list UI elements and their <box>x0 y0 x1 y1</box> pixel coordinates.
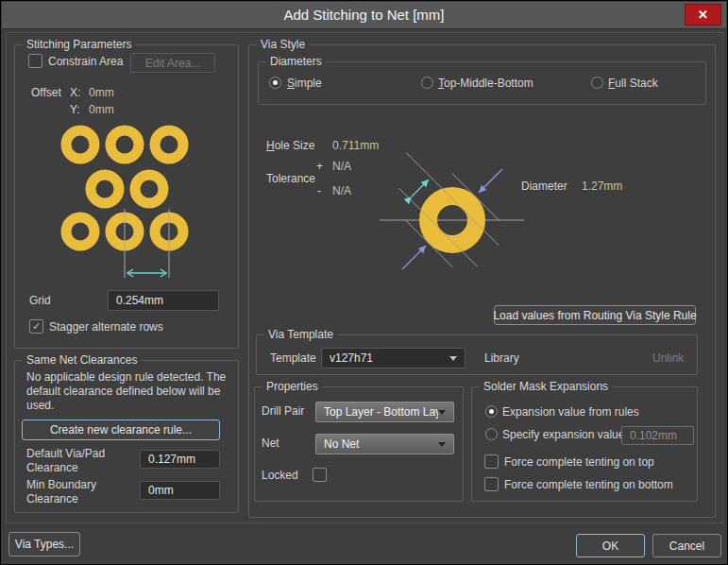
tolerance-plus-sign: + <box>316 160 323 173</box>
net-dropdown[interactable]: No Net <box>315 434 454 454</box>
group-label: Stitching Parameters <box>23 38 135 52</box>
radio-simple-label: Simple <box>287 77 322 90</box>
radio-specify-expansion[interactable] <box>485 428 498 440</box>
diameter-label: Diameter <box>521 180 567 193</box>
constrain-area-label: Constrain Area <box>48 55 123 68</box>
ok-button[interactable]: OK <box>576 534 645 557</box>
constrain-area-checkbox[interactable] <box>28 54 42 68</box>
radio-full-stack-label: Full Stack <box>608 77 658 90</box>
specify-expansion-label: Specify expansion value <box>502 428 624 441</box>
radio-expansion-from-rules[interactable] <box>485 405 498 418</box>
offset-y-label: Y: <box>70 103 80 116</box>
create-clearance-rule-button[interactable]: Create new clearance rule... <box>22 419 220 440</box>
hole-size-label: Hole Size <box>266 139 314 152</box>
group-label: Diameters <box>266 55 326 69</box>
tolerance-plus-value[interactable]: N/A <box>332 160 351 173</box>
radio-top-middle-bottom[interactable] <box>421 77 433 89</box>
group-label: Via Template <box>264 328 337 342</box>
radio-simple[interactable] <box>269 77 281 89</box>
checkmark-icon: ✓ <box>32 321 41 332</box>
default-via-pad-clearance-input[interactable]: 0.127mm <box>140 450 220 469</box>
offset-label: Offset <box>31 86 61 99</box>
tolerance-label: Tolerance <box>266 172 315 185</box>
edit-area-button-label: Edit Area... <box>145 57 201 70</box>
group-label: Via Style <box>257 38 309 52</box>
group-label: Solder Mask Expansions <box>480 380 612 394</box>
unlink-link[interactable]: Unlink <box>652 351 684 365</box>
force-tenting-top-checkbox[interactable] <box>484 454 499 469</box>
chevron-down-icon <box>438 410 446 415</box>
hole-size-value[interactable]: 0.711mm <box>332 139 379 152</box>
grid-value: 0.254mm <box>116 294 163 307</box>
template-label: Template <box>270 351 316 365</box>
min-boundary-clearance-value: 0mm <box>148 484 174 497</box>
library-label: Library <box>484 351 519 365</box>
specify-expansion-input: 0.102mm <box>621 426 694 445</box>
stagger-label: Stagger alternate rows <box>49 320 163 334</box>
drill-pair-dropdown[interactable]: Top Layer - Bottom Lay... <box>315 402 454 422</box>
net-value: No Net <box>324 437 359 451</box>
via-types-button[interactable]: Via Types... <box>8 532 80 556</box>
drill-pair-label: Drill Pair <box>262 404 304 418</box>
tolerance-minus-sign: - <box>317 184 321 197</box>
stagger-checkbox[interactable]: ✓ <box>29 319 43 334</box>
locked-label: Locked <box>262 469 298 482</box>
grid-input[interactable]: 0.254mm <box>108 290 219 311</box>
radio-dot-icon <box>489 409 494 414</box>
locked-checkbox[interactable] <box>313 468 327 482</box>
force-tenting-bottom-checkbox[interactable] <box>484 477 499 491</box>
cancel-button[interactable]: Cancel <box>652 534 721 557</box>
chevron-down-icon <box>449 356 457 361</box>
radio-top-middle-bottom-label: Top-Middle-Bottom <box>438 77 533 90</box>
default-via-pad-clearance-label: Default Via/Pad Clearance <box>26 447 132 475</box>
expansion-from-rules-label: Expansion value from rules <box>502 405 639 419</box>
group-label: Properties <box>262 380 322 394</box>
template-dropdown[interactable]: v127h71 <box>321 348 466 368</box>
add-stitching-dialog: Add Stitching to Net [mm] ✕ Stitching Pa… <box>0 0 728 565</box>
offset-x-label: X: <box>70 86 80 99</box>
force-tenting-bottom-label: Force complete tenting on bottom <box>504 478 673 491</box>
clearance-message: No applicable design rule detected. The … <box>26 370 230 413</box>
via-types-button-label: Via Types... <box>15 538 74 551</box>
template-value: v127h71 <box>330 351 373 365</box>
cancel-button-label: Cancel <box>669 539 704 553</box>
close-icon: ✕ <box>698 8 708 22</box>
title-bar[interactable]: Add Stitching to Net [mm] ✕ <box>2 2 726 29</box>
radio-dot-icon <box>273 80 278 85</box>
edit-area-button: Edit Area... <box>130 53 215 73</box>
min-boundary-clearance-label: Min Boundary Clearance <box>26 478 132 506</box>
close-button[interactable]: ✕ <box>685 4 721 26</box>
load-values-button-label: Load values from Routing Via Style Rule <box>493 309 696 322</box>
min-boundary-clearance-input[interactable]: 0mm <box>140 481 220 500</box>
drill-pair-value: Top Layer - Bottom Lay... <box>324 405 438 419</box>
ok-button-label: OK <box>602 539 618 553</box>
via-diagram-graphic <box>377 145 528 286</box>
via-pattern-graphic <box>53 122 195 281</box>
net-label: Net <box>262 437 279 450</box>
force-tenting-top-label: Force complete tenting on top <box>504 455 654 469</box>
dialog-title: Add Stitching to Net [mm] <box>2 2 726 28</box>
offset-x-value[interactable]: 0mm <box>89 86 114 99</box>
group-label: Same Net Clearances <box>23 353 141 368</box>
chevron-down-icon <box>438 442 446 447</box>
offset-y-value[interactable]: 0mm <box>89 103 114 116</box>
specify-expansion-value: 0.102mm <box>630 429 677 442</box>
diameter-value[interactable]: 1.27mm <box>582 180 622 193</box>
load-values-button[interactable]: Load values from Routing Via Style Rule <box>494 305 696 325</box>
default-via-pad-clearance-value: 0.127mm <box>148 453 195 466</box>
grid-label: Grid <box>29 294 51 307</box>
create-clearance-rule-label: Create new clearance rule... <box>50 423 192 437</box>
tolerance-minus-value[interactable]: N/A <box>332 184 351 197</box>
radio-full-stack[interactable] <box>591 77 603 89</box>
